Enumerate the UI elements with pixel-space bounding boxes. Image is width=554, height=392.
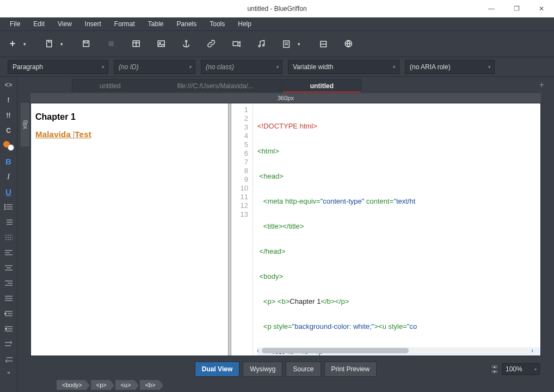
image-icon[interactable] (157, 39, 167, 49)
zoom-spinner[interactable]: ▴▾ (491, 364, 498, 374)
tab-untitled-2[interactable]: untitled (282, 79, 361, 92)
breadcrumb-u[interactable]: <u> (115, 380, 134, 390)
breadcrumb-b[interactable]: <b> (140, 380, 159, 390)
scroll-left-icon[interactable]: ‹ (254, 347, 262, 354)
chevron-down-icon[interactable]: ▾ (20, 39, 29, 49)
svg-rect-2 (109, 41, 114, 46)
stop-icon[interactable] (107, 39, 116, 49)
new-icon[interactable]: + (8, 39, 17, 49)
svg-rect-6 (158, 41, 164, 47)
menu-tools[interactable]: Tools (204, 19, 230, 29)
svg-rect-0 (47, 40, 52, 47)
chevron-down-icon[interactable]: ▾ (294, 39, 304, 49)
menu-edit[interactable]: Edit (28, 19, 50, 29)
window-title: untitled - BlueGriffon (247, 5, 306, 13)
heading-chapter: Chapter 1 (35, 112, 224, 122)
main-toolbar: + ▾ ▾ ▾ (0, 31, 554, 57)
list-bullet-icon[interactable] (3, 202, 14, 212)
underline-icon[interactable]: U (3, 187, 14, 197)
source-pane[interactable]: 12345678910111213 <!DOCTYPE html> <html>… (231, 103, 540, 356)
align-justify-icon[interactable] (3, 293, 14, 303)
scrollbar-thumb[interactable] (262, 348, 409, 353)
ruler-horizontal: 360px 0px (30, 93, 541, 103)
svg-point-8 (186, 40, 187, 42)
list-dash-icon[interactable] (3, 232, 14, 242)
outdent-icon[interactable] (3, 324, 14, 334)
breadcrumb-p[interactable]: <p> (91, 380, 110, 390)
window-titlebar: untitled - BlueGriffon — ❐ ✕ (0, 0, 554, 17)
angle-brackets-icon[interactable]: <> (3, 80, 14, 90)
menu-format[interactable]: Format (109, 19, 140, 29)
line-numbers: 12345678910111213 (231, 103, 253, 356)
menu-table[interactable]: Table (143, 19, 169, 29)
svg-point-12 (263, 44, 264, 46)
quote-icon[interactable]: ‟ (3, 370, 14, 379)
svg-rect-10 (233, 41, 238, 46)
italic-icon[interactable]: I (3, 171, 14, 181)
indent-icon[interactable] (3, 309, 14, 318)
scroll-right-icon[interactable]: › (528, 347, 536, 354)
format-bar: Paragraph▾ (no ID)▾ (no class)▾ Variable… (0, 57, 554, 77)
menu-insert[interactable]: Insert (79, 19, 107, 29)
wysiwyg-button[interactable]: Wysiwyg (243, 362, 282, 377)
important-icon[interactable]: ! (3, 95, 14, 105)
aria-select[interactable]: (no ARIA role)▾ (405, 60, 495, 74)
wysiwyg-pane[interactable]: Chapter 1 Malavida Test (31, 103, 228, 356)
paragraph-malavida: Malavida Test (35, 130, 224, 139)
bold-icon[interactable]: B (3, 156, 14, 166)
paragraph-select[interactable]: Paragraph▾ (8, 60, 108, 74)
ruler-vertical: 0px (21, 103, 29, 146)
menu-view[interactable]: View (52, 19, 77, 29)
anchor-icon[interactable] (182, 39, 192, 49)
minimize-icon[interactable]: — (479, 0, 504, 17)
source-button[interactable]: Source (286, 362, 321, 377)
table-icon[interactable] (132, 39, 141, 49)
svg-point-11 (258, 45, 260, 47)
print-preview-button[interactable]: Print Preview (324, 362, 377, 377)
form-icon[interactable] (282, 39, 292, 49)
class-select[interactable]: (no class)▾ (201, 60, 282, 74)
browser-icon[interactable] (344, 39, 354, 49)
maximize-icon[interactable]: ❐ (504, 0, 529, 17)
zoom-select[interactable]: 100%▾ (502, 363, 540, 375)
tab-file[interactable]: file:///C:/Users/Malavida/... (150, 79, 281, 92)
document-tabs: untitled file:///C:/Users/Malavida/... u… (17, 77, 554, 92)
c-icon[interactable]: C (3, 126, 14, 136)
menu-help[interactable]: Help (232, 19, 257, 29)
rtl-icon[interactable] (3, 354, 14, 364)
code-content[interactable]: <!DOCTYPE html> <html> <head> <meta http… (253, 103, 540, 356)
view-mode-bar: Dual View Wysiwyg Source Print Preview ▴… (17, 360, 554, 378)
link-icon[interactable] (207, 39, 217, 49)
close-icon[interactable]: ✕ (529, 0, 554, 17)
align-center-icon[interactable] (3, 263, 14, 273)
hr-icon[interactable] (319, 39, 329, 49)
svg-point-25 (4, 209, 5, 210)
video-icon[interactable] (232, 39, 242, 49)
new-tab-icon[interactable]: + (539, 80, 544, 90)
list-numbered-icon[interactable] (3, 217, 14, 227)
color-picker-icon[interactable] (3, 141, 14, 151)
svg-point-24 (4, 206, 5, 207)
breadcrumb-body[interactable]: <body> (57, 380, 85, 390)
font-select[interactable]: Variable width▾ (288, 60, 399, 74)
open-icon[interactable] (45, 39, 54, 49)
ltr-icon[interactable] (3, 339, 14, 349)
menu-file[interactable]: File (4, 19, 26, 29)
id-select[interactable]: (no ID)▾ (114, 60, 195, 74)
svg-point-23 (4, 204, 5, 205)
menu-bar: File Edit View Insert Format Table Panel… (0, 17, 554, 31)
horizontal-scrollbar[interactable]: ‹ › (254, 347, 536, 354)
dual-view-button[interactable]: Dual View (195, 362, 239, 377)
dom-breadcrumb: <body> <p> <u> <b> (17, 378, 554, 392)
audio-icon[interactable] (257, 39, 267, 49)
save-icon[interactable] (82, 39, 91, 49)
chevron-down-icon[interactable]: ▾ (57, 39, 66, 49)
align-right-icon[interactable] (3, 278, 14, 288)
align-left-icon[interactable] (3, 248, 14, 258)
menu-panels[interactable]: Panels (171, 19, 202, 29)
tab-untitled-1[interactable]: untitled (72, 79, 149, 92)
double-important-icon[interactable]: !! (3, 111, 14, 120)
side-toolbar: <> ! !! C B I U ‟ (0, 77, 17, 392)
